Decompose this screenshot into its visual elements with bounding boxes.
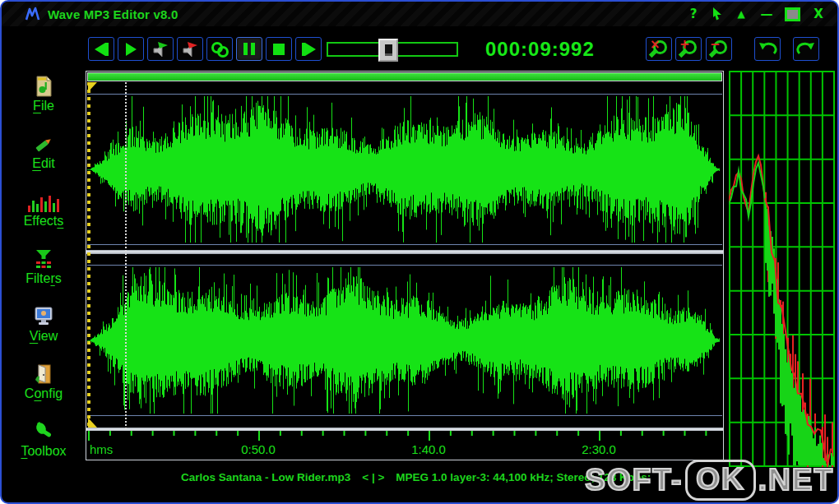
fade-marker-top[interactable] bbox=[88, 82, 97, 92]
timeline-tick-label: 2:30.0 bbox=[582, 442, 616, 456]
channel-separator bbox=[86, 250, 723, 254]
timeline-tick-label: 1:40.0 bbox=[411, 442, 446, 456]
loop-button[interactable] bbox=[206, 37, 233, 61]
track-title: Carlos Santana - Low Rider.mp3 bbox=[181, 471, 350, 483]
skip-start-bar-icon bbox=[105, 43, 109, 56]
file-icon bbox=[34, 72, 53, 97]
redo-icon bbox=[796, 42, 816, 57]
play-icon bbox=[126, 43, 137, 56]
sidebar-item-label: Effects bbox=[24, 214, 64, 229]
skip-end-icon bbox=[305, 43, 316, 56]
pause-icon bbox=[243, 43, 255, 55]
timeline-ticks bbox=[87, 431, 722, 442]
sidebar-item-file[interactable]: File bbox=[7, 69, 81, 127]
waveform-panel: hms 0:50.0 1:40.0 2:30.0 bbox=[86, 71, 724, 460]
window-title: Wave MP3 Editor v8.0 bbox=[48, 7, 178, 21]
toolbar: 000:09:992 × + − bbox=[86, 37, 834, 65]
brush-icon bbox=[33, 418, 54, 442]
skip-to-end-button[interactable] bbox=[295, 37, 322, 61]
speaker-green-icon bbox=[151, 41, 169, 58]
watermark-text: .NET bbox=[758, 463, 834, 497]
overview-position-bar[interactable] bbox=[87, 72, 722, 81]
sidebar-item-label: File bbox=[33, 99, 54, 113]
undo-button[interactable] bbox=[754, 37, 781, 61]
fade-marker-bottom[interactable] bbox=[88, 418, 97, 428]
play-button[interactable] bbox=[118, 37, 144, 61]
zoom-selection-button[interactable]: × bbox=[646, 37, 672, 61]
sidebar-item-effects[interactable]: Effects bbox=[7, 184, 81, 242]
zoom-out-button[interactable]: − bbox=[706, 37, 732, 61]
time-display: 000:09:992 bbox=[485, 38, 592, 61]
skip-start-icon bbox=[95, 43, 105, 56]
watermark-text: SOFT- bbox=[585, 463, 683, 497]
pause-button[interactable] bbox=[236, 37, 262, 61]
timeline-unit-label: hms bbox=[90, 442, 113, 456]
spectrum-display bbox=[729, 71, 835, 467]
zoom-out-icon: − bbox=[710, 40, 728, 58]
seek-slider[interactable] bbox=[327, 42, 458, 57]
play-device-button[interactable] bbox=[147, 37, 174, 61]
stop-icon bbox=[273, 44, 285, 55]
roll-up-button[interactable]: ▲ bbox=[734, 2, 749, 26]
pencil-icon bbox=[32, 130, 55, 155]
sidebar-item-edit[interactable]: Edit bbox=[7, 127, 81, 184]
seek-slider-thumb[interactable] bbox=[378, 39, 398, 62]
record-button[interactable] bbox=[177, 37, 203, 61]
funnel-icon bbox=[33, 245, 54, 270]
sidebar-item-config[interactable]: Config bbox=[7, 357, 81, 414]
sidebar-item-view[interactable]: View bbox=[7, 299, 81, 357]
waveform-right-channel[interactable] bbox=[87, 266, 722, 415]
minimize-button[interactable]: — bbox=[759, 2, 774, 26]
equalizer-icon bbox=[28, 187, 59, 212]
spectrum-analyzer-panel bbox=[729, 71, 835, 467]
sidebar-item-label: Toolbox bbox=[21, 444, 66, 459]
sidebar-item-label: Config bbox=[25, 386, 63, 401]
pointer-icon[interactable] bbox=[712, 7, 723, 21]
loop-icon bbox=[211, 42, 228, 57]
sidebar-item-toolbox[interactable]: Toolbox bbox=[7, 414, 81, 472]
sidebar: File Edit bbox=[2, 69, 86, 502]
maximize-button[interactable] bbox=[785, 7, 800, 21]
channel-divider bbox=[87, 415, 722, 416]
channel-divider bbox=[87, 244, 722, 245]
watermark: SOFT- OK .NET bbox=[585, 460, 834, 501]
zoom-in-button[interactable]: + bbox=[675, 37, 702, 61]
close-button[interactable]: X bbox=[811, 2, 826, 26]
undo-icon bbox=[758, 42, 777, 57]
speaker-red-icon bbox=[181, 41, 199, 58]
stop-button[interactable] bbox=[266, 37, 292, 61]
track-nav-arrows[interactable]: < | > bbox=[362, 471, 384, 483]
help-button[interactable]: ? bbox=[686, 2, 701, 26]
selection-edge-marker bbox=[87, 82, 90, 428]
sidebar-item-label: View bbox=[30, 329, 58, 344]
timeline-ruler[interactable]: hms 0:50.0 1:40.0 2:30.0 bbox=[86, 431, 723, 460]
app-logo-icon bbox=[25, 7, 43, 21]
watermark-ok-box: OK bbox=[685, 460, 756, 501]
sidebar-item-label: Edit bbox=[32, 156, 55, 171]
zoom-in-icon: + bbox=[679, 40, 698, 58]
app-window: Wave MP3 Editor v8.0 ? ▲ — X bbox=[0, 0, 839, 504]
redo-button[interactable] bbox=[793, 37, 819, 61]
door-icon bbox=[34, 360, 53, 385]
skip-to-start-button[interactable] bbox=[88, 37, 114, 61]
zoom-selection-icon: × bbox=[650, 40, 668, 58]
sidebar-item-filters[interactable]: Filters bbox=[7, 242, 81, 299]
titlebar: Wave MP3 Editor v8.0 ? ▲ — X bbox=[2, 2, 837, 26]
timeline-tick-label: 0:50.0 bbox=[241, 442, 276, 456]
monitor-icon bbox=[33, 303, 54, 327]
playhead-line[interactable] bbox=[125, 82, 127, 429]
waveform-left-channel[interactable] bbox=[87, 95, 722, 244]
sidebar-item-label: Filters bbox=[25, 271, 62, 286]
